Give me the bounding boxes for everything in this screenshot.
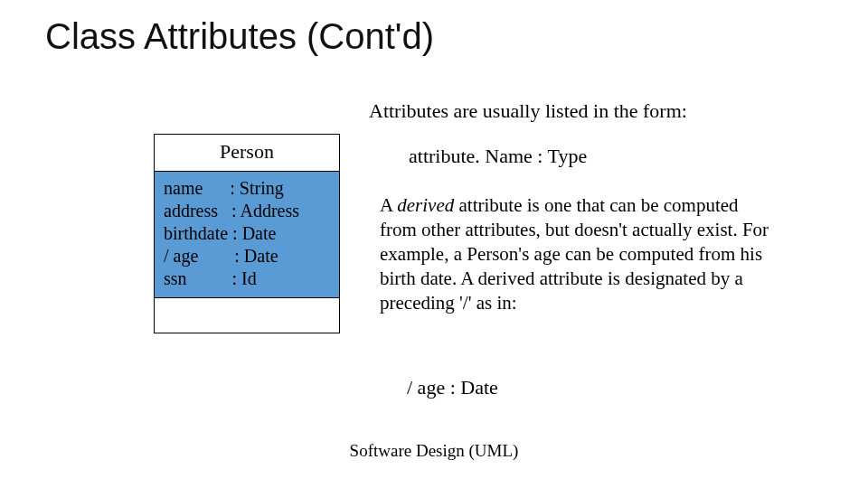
- uml-attributes: name : String address : Address birthdat…: [155, 172, 339, 298]
- intro-text: Attributes are usually listed in the for…: [369, 99, 687, 123]
- slide: Class Attributes (Cont'd) Attributes are…: [0, 0, 868, 488]
- body-paragraph: A derived attribute is one that can be c…: [380, 193, 778, 314]
- slide-title: Class Attributes (Cont'd): [45, 16, 434, 57]
- footer-text: Software Design (UML): [0, 441, 868, 461]
- body-pre: A: [380, 194, 397, 216]
- uml-class-name: Person: [155, 135, 339, 172]
- body-italic: derived: [397, 194, 454, 216]
- uml-operations-empty: [155, 298, 339, 333]
- attribute-syntax: attribute. Name : Type: [409, 145, 587, 168]
- example-line: / age : Date: [407, 376, 498, 399]
- uml-class-box: Person name : String address : Address b…: [154, 134, 340, 333]
